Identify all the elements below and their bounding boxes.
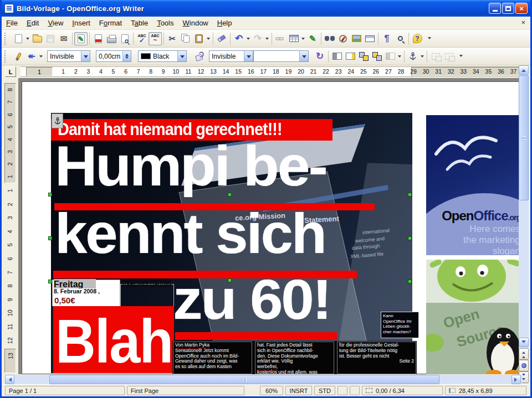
menu-item[interactable]: Insert: [68, 17, 95, 29]
masthead-subtitle[interactable]: STREICHHOLZZEITUNG: [121, 278, 171, 290]
toolbar-drag-handle[interactable]: [4, 33, 9, 45]
headline-line2[interactable]: kennt sich: [55, 206, 325, 260]
auto-spellcheck-icon[interactable]: ABC~: [149, 32, 162, 45]
status-zoom-level[interactable]: 60%: [260, 386, 283, 395]
undo-icon[interactable]: ↶: [232, 32, 245, 45]
redo-icon[interactable]: ↷: [251, 32, 264, 45]
dateline-frame[interactable]: Freitag 8. Februar 2008 , 0,50€: [52, 280, 120, 307]
zoom-icon[interactable]: [393, 32, 407, 45]
article-column-3[interactable]: für die professionelle Gestal-tung der B…: [337, 342, 416, 374]
paste-dropdown-icon[interactable]: [206, 33, 211, 45]
line-style-select[interactable]: Invisible: [47, 50, 90, 62]
menu-item[interactable]: View: [43, 17, 68, 29]
rotate-icon[interactable]: ↻: [313, 50, 326, 63]
insert-table-dropdown-icon[interactable]: [300, 33, 306, 45]
paste-icon[interactable]: [192, 32, 206, 45]
selection-handle[interactable]: [48, 280, 52, 283]
wrap-icon[interactable]: ↞: [25, 50, 38, 63]
format-paintbrush-icon[interactable]: [215, 32, 228, 45]
vertical-scrollbar-thumb[interactable]: [519, 75, 529, 200]
spellcheck-icon[interactable]: ABC✓: [135, 32, 149, 45]
line-color-select[interactable]: Black: [138, 50, 187, 62]
find-replace-icon[interactable]: [323, 32, 336, 45]
hyperlink-icon[interactable]: [274, 32, 287, 45]
anchor-icon[interactable]: [406, 50, 420, 63]
document-page[interactable]: ce.org Mission Statement international w…: [22, 81, 523, 374]
pen-icon[interactable]: [12, 50, 25, 63]
vertical-scrollbar[interactable]: [519, 65, 529, 384]
export-pdf-icon[interactable]: [91, 32, 105, 45]
scroll-up-button[interactable]: [519, 65, 529, 75]
masthead-logo-frame[interactable]: Blah: [52, 306, 174, 373]
group-icon[interactable]: [429, 50, 442, 63]
toolbar-drag-handle[interactable]: [4, 50, 9, 63]
selection-handle[interactable]: [228, 193, 232, 197]
scroll-right-button[interactable]: [511, 375, 521, 384]
anchor-marker-icon[interactable]: [52, 113, 63, 128]
wrap-dropdown-icon[interactable]: [38, 50, 44, 63]
menu-item[interactable]: Help: [213, 17, 237, 29]
scroll-left-button[interactable]: [5, 375, 14, 384]
status-page-number[interactable]: Page 1 / 1: [5, 386, 125, 395]
fill-style-select[interactable]: Invisible: [209, 50, 253, 62]
menu-item[interactable]: Edit: [22, 17, 43, 29]
previous-page-button[interactable]: [519, 348, 529, 360]
maximize-button[interactable]: [502, 3, 514, 14]
formatting-marks-icon[interactable]: ¶: [380, 32, 393, 45]
ruler-left-margin[interactable]: 1: [26, 67, 53, 76]
line-width-stepper[interactable]: 0,00cm: [96, 50, 131, 62]
toolbar-overflow-icon[interactable]: [458, 54, 464, 59]
cut-icon[interactable]: ✂: [166, 32, 179, 45]
menu-item[interactable]: Table: [126, 17, 152, 29]
scroll-down-button[interactable]: [519, 338, 529, 347]
status-page-style[interactable]: First Page: [127, 386, 244, 395]
bring-to-front-icon[interactable]: [357, 50, 370, 63]
selection-handle[interactable]: [408, 193, 412, 197]
help-icon[interactable]: ?: [411, 32, 424, 45]
new-document-dropdown-icon[interactable]: [25, 33, 30, 45]
combo-arrow-icon[interactable]: [244, 51, 253, 61]
teaser-box-frame[interactable]: KannOpenOffice IhrLeben glückli-cher mac…: [381, 312, 419, 338]
tab-stop-selector[interactable]: L: [5, 66, 16, 77]
article-strip-frame[interactable]: Von Martin Pyka Sensationell! Jetzt komm…: [172, 341, 417, 374]
print-icon[interactable]: [105, 32, 118, 45]
article-column-1[interactable]: Von Martin Pyka Sensationell! Jetzt komm…: [173, 342, 252, 374]
new-document-icon[interactable]: [12, 32, 25, 45]
background-color-icon[interactable]: [192, 50, 206, 63]
status-insert-mode[interactable]: INSRT: [285, 386, 312, 395]
minimize-button[interactable]: [489, 3, 501, 14]
wrap-left-icon[interactable]: [330, 50, 344, 63]
headline-line1[interactable]: Humpi be-: [55, 138, 326, 193]
menu-item[interactable]: Window: [178, 17, 213, 29]
alignment-icon[interactable]: [383, 50, 397, 63]
article-column-2[interactable]: hat. Fast jedes Detail lässtsich in Open…: [255, 342, 334, 374]
status-selection-mode[interactable]: STD: [314, 386, 335, 395]
navigator-icon[interactable]: [336, 32, 350, 45]
close-button[interactable]: ×: [515, 3, 528, 14]
selection-handle[interactable]: [48, 236, 52, 240]
wrap-through-icon[interactable]: [344, 50, 357, 63]
ungroup-icon[interactable]: [442, 50, 456, 63]
menu-item[interactable]: Format: [95, 17, 126, 29]
draw-functions-icon[interactable]: ✎: [306, 32, 319, 45]
close-document-button[interactable]: ×: [521, 19, 525, 27]
anchor-dropdown-icon[interactable]: [420, 50, 425, 63]
horizontal-ruler[interactable]: L 1 123456789101112131415161718192021222…: [2, 65, 523, 78]
send-to-back-icon[interactable]: [370, 50, 383, 63]
copy-icon[interactable]: [179, 32, 192, 45]
horizontal-scrollbar[interactable]: [5, 375, 522, 384]
fill-value-select[interactable]: [253, 50, 309, 62]
redo-dropdown-icon[interactable]: [264, 33, 270, 45]
headline-line3[interactable]: zu 60!: [173, 272, 330, 326]
toolbar-overflow-icon[interactable]: [426, 36, 433, 41]
combo-arrow-icon[interactable]: [177, 51, 186, 61]
selection-handle[interactable]: [48, 193, 52, 197]
openoffice-ad-image[interactable]: OpenOffice.org Here comesthe marketingsl…: [426, 115, 523, 255]
email-icon[interactable]: ✉: [57, 32, 70, 45]
selection-handle[interactable]: [408, 236, 412, 240]
selection-handle[interactable]: [228, 278, 232, 282]
data-sources-icon[interactable]: [363, 32, 376, 45]
ruler-strip[interactable]: 1 12345678910111213141516171819202122232…: [21, 66, 523, 77]
combo-arrow-icon[interactable]: [299, 51, 308, 61]
gallery-icon[interactable]: [350, 32, 363, 45]
